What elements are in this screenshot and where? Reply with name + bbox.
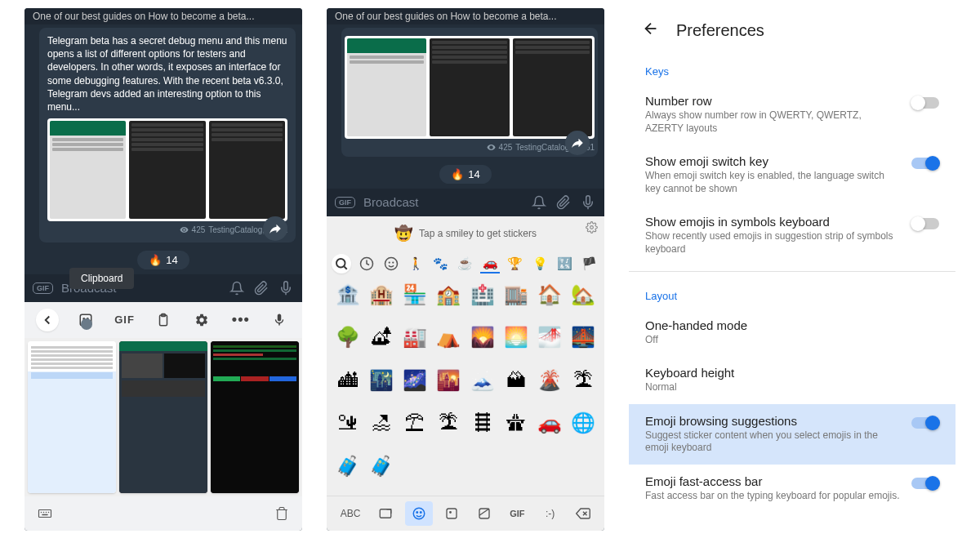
emoji-cell[interactable]: 🌐 xyxy=(568,408,599,438)
flags-icon[interactable]: 🏴 xyxy=(580,254,599,274)
gif-tab-icon[interactable]: GIF xyxy=(503,501,531,526)
mute-icon[interactable] xyxy=(531,195,547,210)
pref-one-handed[interactable]: One-handed mode Off xyxy=(629,309,956,357)
emoji-cell[interactable]: 🏭 xyxy=(399,322,431,352)
emoji-cell[interactable]: 🧳 xyxy=(332,451,363,481)
emoji-cell[interactable]: ⛱ xyxy=(399,408,431,438)
share-button[interactable] xyxy=(263,216,287,241)
emoji-cell[interactable]: 🌅 xyxy=(500,322,532,352)
mic-icon[interactable] xyxy=(580,195,596,210)
emoji-cell[interactable]: 🌇 xyxy=(433,366,465,395)
sticker-tab-icon[interactable] xyxy=(438,501,466,526)
emoji-cell[interactable]: 🏫 xyxy=(433,280,465,309)
pref-keyboard-height[interactable]: Keyboard height Normal xyxy=(629,356,956,404)
abc-button[interactable]: ABC xyxy=(334,501,367,526)
gif-button[interactable]: GIF xyxy=(335,197,355,208)
keyboard-toggle-icon[interactable] xyxy=(33,501,57,526)
travel-icon[interactable]: 🚗 xyxy=(480,254,500,274)
emoji-cell[interactable]: ⛺ xyxy=(433,322,465,352)
symbols-icon[interactable]: 🔣 xyxy=(555,254,574,274)
emoji-cell[interactable]: 🛤 xyxy=(466,408,498,438)
back-button[interactable] xyxy=(36,309,59,331)
emoji-cell[interactable]: 🛣 xyxy=(500,408,532,438)
message-input[interactable]: Broadcast xyxy=(363,195,523,209)
thumb-3[interactable] xyxy=(209,121,285,219)
emoji-cell[interactable]: 🏜 xyxy=(332,408,363,438)
thumb-1[interactable] xyxy=(50,121,126,219)
emoji-cell[interactable]: 🏬 xyxy=(500,280,532,309)
backspace-icon[interactable] xyxy=(569,501,597,526)
search-emoji-icon[interactable] xyxy=(332,254,351,274)
pref-number-row[interactable]: Number row Always show number row in QWE… xyxy=(629,84,956,145)
reaction-fire[interactable]: 🔥 14 xyxy=(439,165,491,184)
emoji-cell[interactable]: 🌋 xyxy=(534,366,566,395)
emoji-cell[interactable]: 🌃 xyxy=(365,366,397,395)
emoji-cell[interactable]: 🌄 xyxy=(466,322,498,352)
cursor-handle[interactable] xyxy=(81,318,92,330)
sticker2-tab-icon[interactable] xyxy=(470,501,498,526)
emoji-cell[interactable]: 🏕 xyxy=(365,322,397,352)
toggle-emoji-symbols[interactable] xyxy=(911,218,939,229)
activity-icon[interactable]: 🏆 xyxy=(506,254,525,274)
message-image-grid[interactable] xyxy=(345,36,595,139)
emoticon-tab[interactable]: :-) xyxy=(537,501,564,526)
clip-3[interactable] xyxy=(211,341,299,493)
emoji-cell[interactable]: 🏝 xyxy=(568,366,599,395)
attach-icon[interactable] xyxy=(555,195,572,210)
emoji-cell[interactable]: 🏦 xyxy=(332,280,363,309)
voice-type-icon[interactable] xyxy=(268,309,291,331)
thumb-2[interactable] xyxy=(430,38,509,136)
emoji-cell[interactable]: 🏡 xyxy=(568,280,599,309)
recent-icon[interactable] xyxy=(357,254,376,274)
clip-1[interactable] xyxy=(28,341,116,493)
thumb-3[interactable] xyxy=(513,38,592,136)
more-tab[interactable]: ••• xyxy=(229,309,252,331)
emoji-cell[interactable]: 🌁 xyxy=(534,322,566,352)
pref-emoji-key[interactable]: Show emoji switch key When emoji switch … xyxy=(629,145,956,205)
emoji-cell[interactable]: 🏖 xyxy=(365,408,397,438)
pref-fast-access-bar[interactable]: Emoji fast-access bar Fast access bar on… xyxy=(629,465,956,513)
mute-icon[interactable] xyxy=(229,281,245,296)
message-bubble[interactable]: Telegram beta has a secret debug menu an… xyxy=(39,28,296,242)
mic-icon[interactable] xyxy=(278,281,294,296)
emoji-cell[interactable]: 🏙 xyxy=(332,366,363,395)
people-icon[interactable]: 🚶 xyxy=(406,254,425,274)
pref-emoji-symbols[interactable]: Show emojis in symbols keyboard Show rec… xyxy=(629,205,956,265)
emoji-cell[interactable]: 🌌 xyxy=(399,366,431,395)
emoji-cell[interactable]: 🏨 xyxy=(365,280,397,309)
emoji-cell[interactable]: 🏔 xyxy=(500,366,532,395)
attach-icon[interactable] xyxy=(253,281,270,296)
food-icon[interactable]: ☕ xyxy=(456,254,475,274)
message-image-grid[interactable] xyxy=(47,118,287,221)
gear-icon[interactable] xyxy=(586,221,598,236)
clipboard-tab[interactable] xyxy=(152,309,175,331)
emoji-cell[interactable]: 🧳 xyxy=(365,451,397,481)
emoji-cell[interactable]: 🏠 xyxy=(534,280,566,309)
gif-button[interactable]: GIF xyxy=(33,282,53,294)
gif-tab[interactable]: GIF xyxy=(114,309,136,331)
thumb-2[interactable] xyxy=(129,121,205,219)
thumb-1[interactable] xyxy=(347,38,426,136)
reaction-fire[interactable]: 🔥 14 xyxy=(137,251,189,269)
delete-clip-icon[interactable] xyxy=(270,501,294,526)
settings-tab[interactable] xyxy=(190,309,213,331)
emoji-cell[interactable]: 🏥 xyxy=(466,280,498,309)
emoji-cell[interactable]: 🏝 xyxy=(433,408,465,438)
message-bubble[interactable]: 425 TestingCatalog, 15:51 xyxy=(341,28,598,157)
emoji-tab-icon[interactable] xyxy=(405,501,433,526)
pref-emoji-browsing[interactable]: Emoji browsing suggestions Suggest stick… xyxy=(629,404,956,465)
emoji-cell[interactable]: 🌳 xyxy=(332,322,363,352)
kaomoji-icon[interactable] xyxy=(372,501,399,526)
animals-icon[interactable]: 🐾 xyxy=(431,254,451,274)
objects-icon[interactable]: 💡 xyxy=(530,254,550,274)
emoji-cell[interactable]: 🗻 xyxy=(466,366,498,395)
share-button[interactable] xyxy=(565,131,590,155)
back-arrow-icon[interactable] xyxy=(642,20,660,41)
emoji-cell[interactable]: 🌉 xyxy=(568,322,599,352)
emoji-cell[interactable]: 🏪 xyxy=(399,280,431,309)
clip-2[interactable] xyxy=(119,341,207,493)
toggle-number-row[interactable] xyxy=(911,97,939,109)
smileys-icon[interactable] xyxy=(381,254,401,274)
toggle-fast-access[interactable] xyxy=(911,478,939,489)
toggle-emoji-key[interactable] xyxy=(911,158,939,169)
